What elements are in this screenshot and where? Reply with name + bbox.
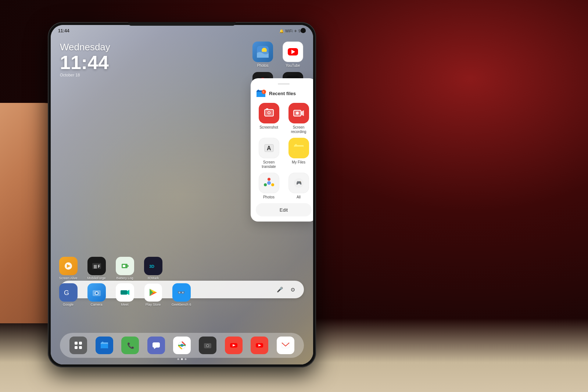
photos-recent-icon[interactable]	[259, 173, 279, 193]
svg-marker-41	[154, 348, 156, 349]
popup-item-screen-recording[interactable]: Screen recording	[286, 103, 312, 134]
svg-rect-19	[128, 265, 129, 267]
svg-rect-37	[79, 346, 82, 349]
svg-rect-56	[266, 108, 268, 110]
app-battery-log-label: Battery Log	[116, 276, 133, 280]
popup-drag-handle	[278, 83, 290, 84]
app-youtube[interactable]: YouTube	[280, 42, 306, 68]
svg-rect-35	[79, 342, 82, 345]
screenshot-icon[interactable]	[259, 103, 279, 123]
app-battery-log[interactable]: Battery Log	[113, 257, 137, 280]
app-dock: 📞	[60, 333, 304, 358]
app-google-icon[interactable]: G	[59, 283, 78, 302]
app-battery-log-icon[interactable]	[116, 257, 134, 275]
screenshot-label: Screenshot	[259, 125, 278, 130]
dock-apps-drawer[interactable]	[69, 337, 87, 354]
svg-text:!: !	[263, 90, 264, 94]
phone-screen: 11:44 🔔 WiFi ✈ 99% Wednesday 11:44 Octob…	[51, 25, 313, 364]
popup-item-all[interactable]: 🎮 All	[286, 173, 312, 199]
popup-item-my-files[interactable]: My Files	[286, 138, 312, 169]
app-screen-alive[interactable]: Screen Alive	[56, 257, 80, 280]
svg-text:🎮: 🎮	[296, 180, 302, 186]
svg-point-69	[267, 181, 271, 185]
popup-header: ! Recent files	[256, 88, 312, 98]
svg-text:G: G	[64, 289, 69, 296]
app-photos-label: Photos	[257, 64, 268, 68]
svg-rect-36	[75, 346, 78, 349]
app-3dmark-icon[interactable]: 3D	[144, 257, 162, 275]
app-screen-alive-label: Screen Alive	[59, 276, 77, 280]
phone-frame: 11:44 🔔 WiFi ✈ 99% Wednesday 11:44 Octob…	[48, 22, 316, 367]
app-camera-label: Camera	[90, 303, 102, 306]
screen-translate-label: Screen translate	[256, 160, 282, 169]
svg-text:👓: 👓	[178, 289, 185, 296]
svg-rect-26	[121, 290, 127, 295]
popup-item-photos-recent[interactable]: Photos	[256, 173, 282, 199]
my-files-icon[interactable]	[288, 138, 309, 158]
full-date: October 18	[60, 73, 110, 77]
dock-camera[interactable]	[199, 337, 216, 354]
app-geekbench[interactable]: 👓 Geekbench 6	[169, 283, 193, 306]
notification-icon: 🔔	[279, 29, 284, 33]
app-meet-label: Meet	[121, 303, 128, 306]
app-play-store-icon[interactable]	[144, 283, 162, 302]
recent-files-folder-icon: !	[256, 88, 266, 98]
middle-apps-row: Screen Alive ||| F MobileForge	[56, 257, 240, 280]
app-geekbench-icon[interactable]: 👓	[172, 283, 191, 302]
svg-point-53	[262, 90, 266, 94]
app-mobileforge-icon[interactable]: ||| F	[87, 257, 106, 275]
front-camera	[301, 28, 306, 33]
dock-youtube[interactable]	[225, 337, 243, 354]
phone-notch	[128, 22, 236, 26]
popup-title: Recent files	[269, 91, 296, 96]
phone-side-button	[316, 77, 316, 99]
svg-marker-60	[301, 110, 304, 116]
recent-files-popup: ! Recent files Screen	[251, 78, 313, 222]
app-screen-alive-icon[interactable]	[59, 257, 78, 275]
app-google[interactable]: G Google	[56, 283, 80, 306]
app-meet[interactable]: Meet	[113, 283, 137, 306]
svg-point-61	[296, 112, 299, 115]
screen-translate-icon[interactable]: A	[259, 138, 279, 158]
dock-files[interactable]	[96, 337, 113, 354]
dock-chrome[interactable]	[173, 337, 191, 354]
edit-button[interactable]: Edit	[256, 203, 312, 216]
dock-gmail[interactable]	[277, 337, 294, 354]
svg-point-58	[268, 112, 270, 114]
svg-marker-27	[127, 290, 129, 295]
app-photos-icon[interactable]	[252, 42, 273, 62]
page-dot-3	[185, 358, 187, 360]
svg-rect-34	[75, 342, 78, 345]
app-play-store-label: Play Store	[146, 303, 161, 306]
svg-rect-20	[123, 265, 125, 267]
edit-button-label: Edit	[280, 207, 288, 213]
dock-youtube2[interactable]	[251, 337, 268, 354]
app-play-store[interactable]: Play Store	[141, 283, 165, 306]
app-youtube-label: YouTube	[286, 64, 300, 68]
screen-recording-label: Screen recording	[286, 125, 312, 134]
app-photos[interactable]: Photos	[250, 42, 276, 68]
all-icon[interactable]: 🎮	[288, 173, 309, 193]
svg-point-68	[264, 183, 267, 186]
popup-item-screenshot[interactable]: Screenshot	[256, 103, 282, 134]
all-label: All	[297, 195, 301, 199]
dock-phone[interactable]: 📞	[121, 337, 139, 354]
page-dot-1	[178, 358, 179, 360]
app-geekbench-label: Geekbench 6	[172, 303, 191, 306]
dock-messages[interactable]	[147, 337, 165, 354]
app-3dmark[interactable]: 3D 3DMark	[141, 257, 165, 280]
app-youtube-icon[interactable]	[283, 42, 303, 62]
popup-item-screen-translate[interactable]: A Screen translate	[256, 138, 282, 169]
svg-rect-40	[153, 342, 160, 348]
svg-text:||| F: ||| F	[94, 265, 100, 269]
screen-recording-icon[interactable]	[288, 103, 309, 123]
app-camera-icon[interactable]	[87, 283, 106, 302]
svg-point-67	[271, 183, 274, 186]
photos-recent-label: Photos	[263, 195, 275, 199]
app-camera[interactable]: Camera	[85, 283, 108, 306]
svg-point-46	[207, 345, 208, 346]
app-meet-icon[interactable]	[116, 283, 134, 302]
app-mobileforge[interactable]: ||| F MobileForge	[85, 257, 108, 280]
svg-rect-64	[294, 147, 304, 152]
day-of-week: Wednesday	[60, 42, 110, 53]
